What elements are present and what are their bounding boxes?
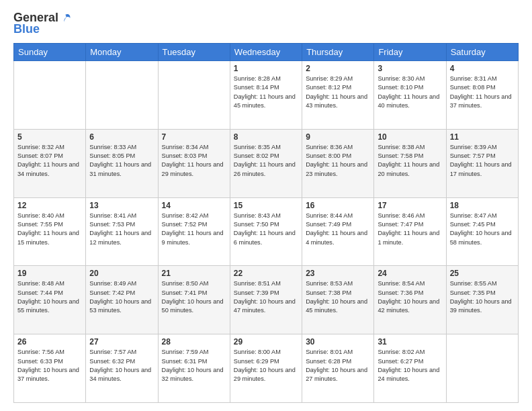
calendar-cell: 15Sunrise: 8:43 AMSunset: 7:50 PMDayligh…: [230, 197, 302, 266]
calendar-cell: 25Sunrise: 8:55 AMSunset: 7:35 PMDayligh…: [446, 266, 518, 334]
day-number: 24: [378, 269, 442, 278]
calendar-week-row: 12Sunrise: 8:40 AMSunset: 7:55 PMDayligh…: [14, 197, 519, 266]
day-number: 22: [234, 269, 298, 278]
day-number: 28: [162, 337, 226, 347]
day-number: 29: [234, 337, 298, 347]
day-number: 21: [162, 269, 226, 278]
cell-info: Sunrise: 8:36 AMSunset: 8:00 PMDaylight:…: [306, 143, 370, 179]
day-number: 13: [89, 201, 154, 210]
page: General Blue SundayMondayTuesdayWednesda…: [0, 0, 532, 411]
calendar-cell: 26Sunrise: 7:56 AMSunset: 6:33 PMDayligh…: [14, 334, 86, 403]
day-number: 26: [17, 337, 82, 347]
day-number: 8: [234, 132, 298, 142]
day-number: 5: [17, 132, 82, 142]
calendar-cell: 9Sunrise: 8:36 AMSunset: 8:00 PMDaylight…: [302, 129, 374, 197]
day-number: 9: [306, 132, 370, 142]
day-number: 12: [17, 201, 82, 210]
day-number: 19: [17, 269, 82, 278]
day-number: 10: [378, 132, 442, 142]
cell-info: Sunrise: 8:34 AMSunset: 8:03 PMDaylight:…: [162, 143, 226, 179]
day-number: 30: [306, 337, 370, 347]
cell-info: Sunrise: 8:35 AMSunset: 8:02 PMDaylight:…: [234, 143, 298, 179]
cell-info: Sunrise: 8:47 AMSunset: 7:45 PMDaylight:…: [450, 212, 515, 247]
day-number: 11: [450, 132, 515, 142]
day-number: 6: [89, 132, 154, 142]
day-number: 20: [89, 269, 154, 278]
cell-info: Sunrise: 8:54 AMSunset: 7:36 PMDaylight:…: [378, 279, 442, 315]
calendar-header-friday: Friday: [374, 44, 446, 61]
calendar-cell: 16Sunrise: 8:44 AMSunset: 7:49 PMDayligh…: [302, 197, 374, 266]
calendar-cell: 29Sunrise: 8:00 AMSunset: 6:29 PMDayligh…: [230, 334, 302, 403]
cell-info: Sunrise: 8:02 AMSunset: 6:27 PMDaylight:…: [378, 348, 442, 383]
calendar-header-thursday: Thursday: [302, 44, 374, 61]
calendar-cell: [158, 61, 230, 130]
calendar-cell: 13Sunrise: 8:41 AMSunset: 7:53 PMDayligh…: [86, 197, 158, 266]
calendar-cell: 3Sunrise: 8:30 AMSunset: 8:10 PMDaylight…: [374, 61, 446, 130]
cell-info: Sunrise: 8:51 AMSunset: 7:39 PMDaylight:…: [234, 279, 298, 315]
day-number: 3: [378, 64, 442, 73]
day-number: 4: [450, 64, 515, 73]
calendar-cell: 18Sunrise: 8:47 AMSunset: 7:45 PMDayligh…: [446, 197, 518, 266]
calendar-cell: 10Sunrise: 8:38 AMSunset: 7:58 PMDayligh…: [374, 129, 446, 197]
calendar-cell: 27Sunrise: 7:57 AMSunset: 6:32 PMDayligh…: [86, 334, 158, 403]
day-number: 15: [234, 201, 298, 210]
calendar-cell: 6Sunrise: 8:33 AMSunset: 8:05 PMDaylight…: [86, 129, 158, 197]
calendar-week-row: 1Sunrise: 8:28 AMSunset: 8:14 PMDaylight…: [14, 61, 519, 130]
cell-info: Sunrise: 8:41 AMSunset: 7:53 PMDaylight:…: [89, 212, 154, 247]
day-number: 7: [162, 132, 226, 142]
calendar-cell: [446, 334, 518, 403]
cell-info: Sunrise: 8:50 AMSunset: 7:41 PMDaylight:…: [162, 279, 226, 315]
cell-info: Sunrise: 8:00 AMSunset: 6:29 PMDaylight:…: [234, 348, 298, 383]
calendar-cell: 5Sunrise: 8:32 AMSunset: 8:07 PMDaylight…: [14, 129, 86, 197]
calendar-cell: 4Sunrise: 8:31 AMSunset: 8:08 PMDaylight…: [446, 61, 518, 130]
header: General Blue: [13, 11, 519, 36]
cell-info: Sunrise: 8:48 AMSunset: 7:44 PMDaylight:…: [17, 279, 82, 315]
calendar-header-tuesday: Tuesday: [158, 44, 230, 61]
cell-info: Sunrise: 8:53 AMSunset: 7:38 PMDaylight:…: [306, 279, 370, 315]
calendar-cell: 21Sunrise: 8:50 AMSunset: 7:41 PMDayligh…: [158, 266, 230, 334]
calendar-table: SundayMondayTuesdayWednesdayThursdayFrid…: [13, 43, 519, 403]
logo: General Blue: [13, 11, 72, 36]
calendar-header-saturday: Saturday: [446, 44, 518, 61]
cell-info: Sunrise: 8:39 AMSunset: 7:57 PMDaylight:…: [450, 143, 515, 179]
cell-info: Sunrise: 8:32 AMSunset: 8:07 PMDaylight:…: [17, 143, 82, 179]
calendar-cell: [14, 61, 86, 130]
cell-info: Sunrise: 8:30 AMSunset: 8:10 PMDaylight:…: [378, 75, 442, 110]
calendar-cell: 1Sunrise: 8:28 AMSunset: 8:14 PMDaylight…: [230, 61, 302, 130]
logo-bird-icon: [60, 12, 72, 24]
cell-info: Sunrise: 8:44 AMSunset: 7:49 PMDaylight:…: [306, 212, 370, 247]
cell-info: Sunrise: 8:43 AMSunset: 7:50 PMDaylight:…: [234, 212, 298, 247]
day-number: 18: [450, 201, 515, 210]
day-number: 16: [306, 201, 370, 210]
calendar-header-sunday: Sunday: [14, 44, 86, 61]
calendar-cell: 17Sunrise: 8:46 AMSunset: 7:47 PMDayligh…: [374, 197, 446, 266]
logo-blue-text: Blue: [13, 22, 40, 36]
cell-info: Sunrise: 7:57 AMSunset: 6:32 PMDaylight:…: [89, 348, 154, 383]
day-number: 27: [89, 337, 154, 347]
calendar-week-row: 26Sunrise: 7:56 AMSunset: 6:33 PMDayligh…: [14, 334, 519, 403]
cell-info: Sunrise: 8:42 AMSunset: 7:52 PMDaylight:…: [162, 212, 226, 247]
calendar-cell: 31Sunrise: 8:02 AMSunset: 6:27 PMDayligh…: [374, 334, 446, 403]
calendar-week-row: 5Sunrise: 8:32 AMSunset: 8:07 PMDaylight…: [14, 129, 519, 197]
cell-info: Sunrise: 8:01 AMSunset: 6:28 PMDaylight:…: [306, 348, 370, 383]
calendar-header-monday: Monday: [86, 44, 158, 61]
calendar-cell: 23Sunrise: 8:53 AMSunset: 7:38 PMDayligh…: [302, 266, 374, 334]
calendar-cell: 2Sunrise: 8:29 AMSunset: 8:12 PMDaylight…: [302, 61, 374, 130]
calendar-header-row: SundayMondayTuesdayWednesdayThursdayFrid…: [14, 44, 519, 61]
cell-info: Sunrise: 8:28 AMSunset: 8:14 PMDaylight:…: [234, 75, 298, 110]
calendar-cell: 11Sunrise: 8:39 AMSunset: 7:57 PMDayligh…: [446, 129, 518, 197]
calendar-cell: 8Sunrise: 8:35 AMSunset: 8:02 PMDaylight…: [230, 129, 302, 197]
calendar-cell: 22Sunrise: 8:51 AMSunset: 7:39 PMDayligh…: [230, 266, 302, 334]
calendar-cell: 19Sunrise: 8:48 AMSunset: 7:44 PMDayligh…: [14, 266, 86, 334]
calendar-cell: [86, 61, 158, 130]
cell-info: Sunrise: 8:40 AMSunset: 7:55 PMDaylight:…: [17, 212, 82, 247]
cell-info: Sunrise: 8:38 AMSunset: 7:58 PMDaylight:…: [378, 143, 442, 179]
day-number: 17: [378, 201, 442, 210]
day-number: 1: [234, 64, 298, 73]
cell-info: Sunrise: 8:29 AMSunset: 8:12 PMDaylight:…: [306, 75, 370, 110]
calendar-header-wednesday: Wednesday: [230, 44, 302, 61]
cell-info: Sunrise: 7:56 AMSunset: 6:33 PMDaylight:…: [17, 348, 82, 383]
calendar-cell: 14Sunrise: 8:42 AMSunset: 7:52 PMDayligh…: [158, 197, 230, 266]
calendar-cell: 28Sunrise: 7:59 AMSunset: 6:31 PMDayligh…: [158, 334, 230, 403]
cell-info: Sunrise: 8:31 AMSunset: 8:08 PMDaylight:…: [450, 75, 515, 110]
